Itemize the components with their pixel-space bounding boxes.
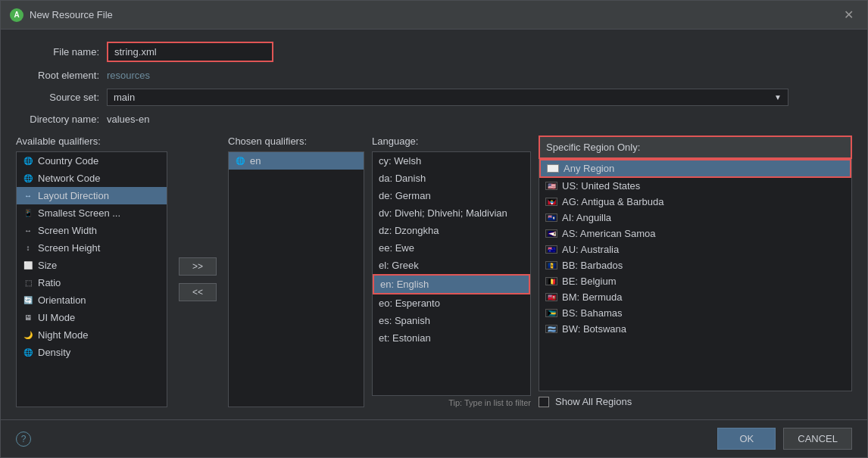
lang-spanish[interactable]: es: Spanish: [373, 312, 530, 329]
lang-german[interactable]: de: German: [373, 187, 530, 204]
region-ag[interactable]: 🇦🇬 AG: Antigua & Barbuda: [539, 194, 851, 210]
dir-name-value: values-en: [107, 114, 149, 125]
lang-danish[interactable]: da: Danish: [373, 170, 530, 187]
qualifier-label: Layout Direction: [38, 190, 109, 201]
lang-divehi[interactable]: dv: Divehi; Dhivehi; Maldivian: [373, 204, 530, 222]
language-panel: Language: cy: Welsh da: Danish de: Germa…: [364, 136, 531, 407]
source-set-dropdown[interactable]: main ▼: [107, 89, 788, 106]
region-list[interactable]: Any Region 🇺🇸 US: United States 🇦🇬 AG: A…: [539, 159, 852, 391]
remove-qualifier-button[interactable]: <<: [179, 283, 217, 301]
add-qualifier-button[interactable]: >>: [179, 257, 217, 276]
chosen-item-en[interactable]: 🌐 en: [229, 152, 364, 170]
lang-estonian[interactable]: et: Estonian: [373, 329, 530, 347]
qualifier-screen-width[interactable]: ↔ Screen Width: [17, 222, 167, 239]
region-bb[interactable]: 🇧🇧 BB: Barbados: [539, 257, 851, 273]
show-all-regions-label[interactable]: Show All Regions: [555, 396, 632, 407]
qualifier-screen-height[interactable]: ↕ Screen Height: [17, 239, 167, 257]
qualifier-label: Smallest Screen ...: [38, 207, 120, 219]
lang-ewe[interactable]: ee: Ewe: [373, 239, 530, 257]
lang-english[interactable]: en: English: [373, 274, 530, 294]
region-us[interactable]: 🇺🇸 US: United States: [539, 178, 851, 194]
size-icon: ⬜: [23, 260, 33, 271]
region-as[interactable]: 🇦🇸 AS: American Samoa: [539, 226, 851, 241]
region-any[interactable]: Any Region: [539, 159, 851, 178]
source-set-row: Source set: main ▼: [16, 89, 852, 106]
ai-flag: 🇦🇮: [545, 213, 557, 222]
chosen-qualifiers-header: Chosen qualifiers:: [228, 136, 364, 147]
cancel-button[interactable]: CANCEL: [783, 428, 852, 450]
lang-esperanto[interactable]: eo: Esperanto: [373, 294, 530, 312]
ok-button[interactable]: OK: [717, 428, 776, 450]
qualifier-label: Ratio: [38, 277, 61, 288]
region-au[interactable]: 🇦🇺 AU: Australia: [539, 241, 851, 257]
qualifier-night-mode[interactable]: 🌙 Night Mode: [17, 326, 167, 344]
language-list[interactable]: cy: Welsh da: Danish de: German dv: Dive…: [372, 151, 531, 396]
qualifier-country-code[interactable]: 🌐 Country Code: [17, 152, 167, 170]
chosen-qualifiers-list[interactable]: 🌐 en: [228, 151, 364, 407]
region-bm[interactable]: 🇧🇲 BM: Bermuda: [539, 289, 851, 305]
region-label: AI: Anguilla: [562, 212, 611, 223]
region-ai[interactable]: 🇦🇮 AI: Anguilla: [539, 210, 851, 226]
night-icon: 🌙: [23, 330, 33, 341]
show-all-regions-checkbox[interactable]: [539, 397, 549, 407]
lang-welsh[interactable]: cy: Welsh: [373, 152, 530, 170]
qualifier-label: Screen Width: [38, 225, 97, 236]
region-label: AG: Antigua & Barbuda: [562, 196, 663, 207]
qualifier-label: Night Mode: [38, 329, 88, 341]
bb-flag: 🇧🇧: [545, 261, 557, 270]
qualifier-smallest-screen[interactable]: 📱 Smallest Screen ...: [17, 204, 167, 222]
us-flag: 🇺🇸: [545, 182, 557, 190]
bs-flag: 🇧🇸: [545, 309, 557, 317]
qualifier-orientation[interactable]: 🔄 Orientation: [17, 291, 167, 309]
region-panel: Specific Region Only: Any Region 🇺🇸 US: …: [531, 136, 852, 407]
lang-greek[interactable]: el: Greek: [373, 257, 530, 274]
density-icon: 🌐: [23, 347, 33, 358]
qualifier-label: Network Code: [38, 173, 100, 184]
chosen-item-label: en: [250, 155, 261, 167]
qualifier-ui-mode[interactable]: 🖥 UI Mode: [17, 309, 167, 326]
footer-buttons: OK CANCEL: [717, 428, 852, 450]
region-bw[interactable]: 🇧🇼 BW: Botswana: [539, 321, 851, 337]
source-set-label: Source set:: [16, 92, 99, 103]
file-name-input[interactable]: [107, 42, 273, 62]
language-tip: Tip: Type in list to filter: [372, 396, 531, 407]
close-button[interactable]: ✕: [839, 6, 858, 23]
qualifier-label: Orientation: [38, 294, 86, 306]
lang-dzongkha[interactable]: dz: Dzongkha: [373, 222, 530, 239]
available-qualifiers-list[interactable]: 🌐 Country Code 🌐 Network Code ↔ Layout D…: [16, 151, 167, 407]
help-button[interactable]: ?: [16, 432, 31, 447]
chosen-qualifiers-panel: Chosen qualifiers: 🌐 en: [228, 136, 364, 407]
qualifier-network-code[interactable]: 🌐 Network Code: [17, 170, 167, 187]
region-label: BS: Bahamas: [562, 307, 623, 319]
dialog-footer: ? OK CANCEL: [1, 419, 867, 457]
main-section: Available qualifiers: 🌐 Country Code 🌐 N…: [16, 136, 852, 407]
file-name-label: File name:: [16, 46, 99, 58]
region-label: Any Region: [564, 163, 614, 174]
dialog-content: File name: Root element: resources Sourc…: [1, 30, 867, 419]
ratio-icon: ⬚: [23, 278, 33, 288]
region-footer: Show All Regions: [539, 391, 852, 407]
any-region-flag: [547, 164, 559, 173]
region-be[interactable]: 🇧🇪 BE: Belgium: [539, 273, 851, 289]
be-flag: 🇧🇪: [545, 277, 557, 285]
region-label: BB: Barbados: [562, 260, 623, 271]
root-element-label: Root element:: [16, 70, 99, 81]
dialog-title: New Resource File: [30, 9, 839, 20]
qualifier-layout-direction[interactable]: ↔ Layout Direction: [17, 187, 167, 204]
globe-icon: 🌐: [23, 173, 33, 184]
region-label: BE: Belgium: [562, 276, 617, 287]
title-bar: A New Resource File ✕: [1, 1, 867, 30]
qualifier-label: UI Mode: [38, 312, 75, 323]
qualifier-ratio[interactable]: ⬚ Ratio: [17, 274, 167, 291]
orientation-icon: 🔄: [23, 295, 33, 306]
app-icon: A: [10, 8, 23, 22]
new-resource-file-dialog: A New Resource File ✕ File name: Root el…: [0, 0, 868, 458]
region-bs[interactable]: 🇧🇸 BS: Bahamas: [539, 305, 851, 321]
qualifier-size[interactable]: ⬜ Size: [17, 257, 167, 274]
language-header: Language:: [372, 136, 531, 147]
dir-name-label: Directory name:: [16, 114, 99, 125]
qualifier-label: Density: [38, 347, 70, 358]
source-set-value: main: [114, 92, 135, 103]
qualifier-density[interactable]: 🌐 Density: [17, 344, 167, 361]
screen-icon: 📱: [23, 208, 33, 219]
